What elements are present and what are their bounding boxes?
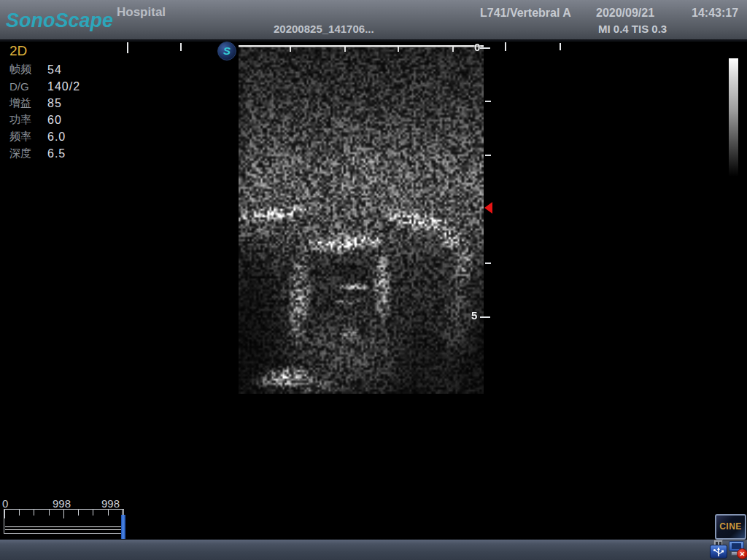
usb-device-icon[interactable] <box>709 539 728 559</box>
parameter-panel: 帧频 54 D/G 140/2 增益 85 功率 60 频率 6.0 深度 6.… <box>9 61 80 162</box>
network-pc-icon[interactable]: ✕ <box>727 540 747 560</box>
param-label: 帧频 <box>9 63 47 77</box>
depth-tick <box>485 262 491 264</box>
param-label: 深度 <box>9 147 47 160</box>
cine-tick <box>63 510 64 518</box>
disconnected-badge-icon: ✕ <box>737 548 747 559</box>
param-label: 增益 <box>9 96 47 110</box>
probe-preset: L741/Vertebral A <box>480 7 571 20</box>
param-value: 6.5 <box>47 147 66 160</box>
top-ruler-tick <box>127 42 128 53</box>
cine-mode-button[interactable]: CINE <box>715 514 746 540</box>
usb-body-icon <box>710 545 727 559</box>
cine-track-line <box>5 529 123 530</box>
system-time: 14:43:17 <box>692 7 738 20</box>
sonoscape-mark-icon: S <box>217 42 236 61</box>
param-label: 功率 <box>9 113 47 127</box>
param-value: 54 <box>47 63 62 77</box>
cine-tick <box>78 510 79 516</box>
ultrasound-screen: SonoScape Hospital L741/Vertebral A 2020… <box>0 0 747 560</box>
cine-total-label: 998 <box>101 497 120 510</box>
depth-tick-major <box>480 47 490 49</box>
param-row-power: 功率 60 <box>9 112 80 128</box>
param-value: 60 <box>47 114 62 127</box>
mode-label: 2D <box>9 43 27 59</box>
header-bar: SonoScape Hospital L741/Vertebral A 2020… <box>0 0 747 42</box>
depth-tick-major <box>480 316 490 318</box>
top-ruler-tick <box>505 42 506 51</box>
param-row-dg: D/G 140/2 <box>9 78 80 95</box>
cine-tick <box>108 510 109 516</box>
param-row-framerate: 帧频 54 <box>9 61 80 78</box>
param-row-depth: 深度 6.5 <box>9 145 80 162</box>
cine-track-line <box>5 526 123 527</box>
cine-tick <box>19 510 20 516</box>
cine-tick <box>93 510 93 516</box>
top-ruler-tick <box>560 43 561 50</box>
param-value: 140/2 <box>47 80 80 93</box>
system-date: 2020/09/21 <box>596 7 654 20</box>
ultrasound-image[interactable] <box>239 45 484 394</box>
depth-tick <box>485 101 491 102</box>
param-row-gain: 增益 85 <box>9 95 80 112</box>
cine-position-marker[interactable] <box>121 515 125 539</box>
grayscale-bar <box>729 58 738 176</box>
sonoscape-logo: SonoScape <box>6 9 113 32</box>
cine-tick <box>34 510 34 516</box>
mi-tis-readout: MI 0.4 TIS 0.3 <box>598 23 667 35</box>
exam-id: 20200825_141706... <box>274 23 374 35</box>
hospital-name: Hospital <box>117 5 166 20</box>
param-row-frequency: 频率 6.0 <box>9 128 80 145</box>
cine-start-label: 0 <box>2 497 8 510</box>
taskbar <box>0 540 747 560</box>
param-label: D/G <box>9 80 47 93</box>
param-label: 频率 <box>9 130 47 144</box>
param-value: 85 <box>47 97 62 110</box>
param-value: 6.0 <box>47 131 66 144</box>
cine-tick <box>49 510 50 516</box>
top-ruler-tick <box>180 43 182 51</box>
depth-ruler-five: 5 <box>471 309 477 322</box>
cine-current-label: 998 <box>53 497 71 510</box>
focus-marker-icon <box>484 202 492 214</box>
cine-scrubber-track[interactable] <box>4 509 124 534</box>
depth-tick <box>485 155 491 156</box>
cine-tick <box>4 510 5 518</box>
